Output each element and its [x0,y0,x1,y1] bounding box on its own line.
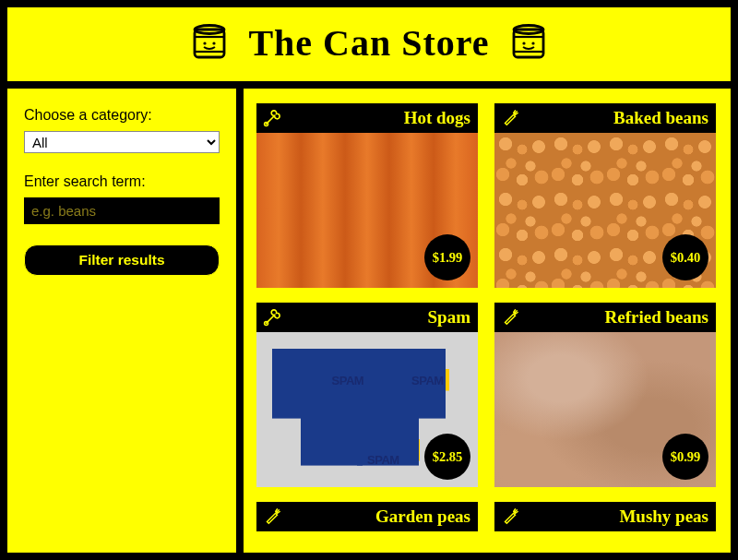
product-grid-container: Hot dogs$1.99Baked beans$0.40SpamSPAMSPA… [244,89,731,553]
product-card[interactable]: Garden peas [256,502,478,553]
product-name: Baked beans [520,108,708,128]
product-card-header: Mushy peas [494,502,716,531]
product-image: $1.99 [256,133,478,288]
product-image: $0.40 [494,133,716,288]
carrot-icon [500,506,520,527]
product-image [494,531,716,553]
product-card[interactable]: Baked beans$0.40 [494,103,716,288]
carrot-icon [262,506,282,527]
filter-sidebar: Choose a category: All Enter search term… [7,89,236,553]
svg-point-5 [213,42,216,44]
svg-point-4 [204,42,207,44]
product-name: Garden peas [282,506,470,527]
product-card[interactable]: Mushy peas [494,502,716,553]
meat-icon [262,307,282,328]
product-name: Spam [282,307,470,328]
product-card-header: Baked beans [494,103,716,133]
price-badge: $2.85 [424,434,470,480]
product-card-header: Spam [256,303,478,332]
svg-point-11 [531,42,534,44]
product-image [256,531,478,553]
product-card-header: Hot dogs [256,103,478,133]
product-card-header: Refried beans [494,303,716,332]
price-badge: $0.40 [662,234,708,280]
product-name: Refried beans [520,307,708,328]
product-card[interactable]: Hot dogs$1.99 [256,103,478,288]
product-card-header: Garden peas [256,502,478,531]
search-input[interactable] [24,197,220,224]
product-name: Mushy peas [520,506,708,527]
category-label: Choose a category: [24,107,220,124]
search-label: Enter search term: [24,173,220,190]
can-icon [506,20,551,65]
product-image: $0.99 [494,332,716,487]
page-header: The Can Store [7,7,731,81]
svg-point-10 [522,42,525,44]
filter-button[interactable]: Filter results [24,244,220,276]
product-card[interactable]: SpamSPAMSPAMSPAM$2.85 [256,303,478,487]
product-grid: Hot dogs$1.99Baked beans$0.40SpamSPAMSPA… [256,103,718,553]
price-badge: $0.99 [662,434,708,480]
product-card[interactable]: Refried beans$0.99 [494,303,716,487]
can-icon [187,20,232,65]
price-badge: $1.99 [424,234,470,280]
page-title: The Can Store [248,21,489,65]
category-select[interactable]: All [24,131,220,153]
product-name: Hot dogs [282,108,470,128]
product-image: SPAMSPAMSPAM$2.85 [256,332,478,487]
carrot-icon [500,108,520,128]
meat-icon [262,108,282,128]
carrot-icon [500,307,520,328]
